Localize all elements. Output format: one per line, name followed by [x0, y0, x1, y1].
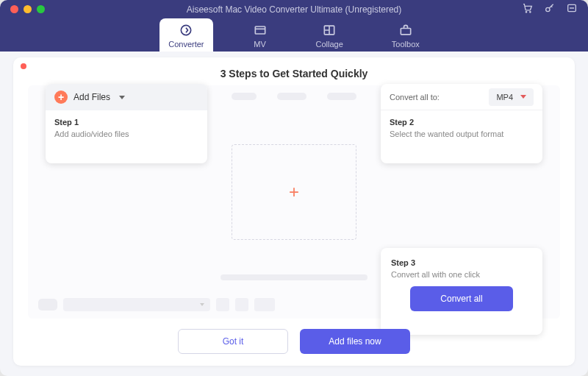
converter-icon — [179, 23, 193, 38]
svg-rect-10 — [401, 29, 410, 35]
close-window-button[interactable] — [10, 5, 18, 13]
add-files-button[interactable]: + Add Files — [46, 84, 207, 110]
close-onboarding-button[interactable] — [21, 63, 26, 69]
tab-label: Converter — [168, 40, 204, 49]
onboarding-footer: Got it Add files now — [178, 329, 410, 354]
plus-icon: + — [289, 182, 299, 202]
step-description: Convert all with one click — [391, 270, 532, 279]
onboarding-panel: 3 Steps to Get Started Quickly + + — [13, 57, 575, 366]
step-label: Step 3 — [391, 258, 532, 267]
tab-toolbox[interactable]: Toolbox — [383, 18, 429, 52]
tab-label: Collage — [316, 40, 343, 49]
svg-point-5 — [572, 7, 573, 8]
tab-mv[interactable]: MV — [244, 18, 276, 52]
collage-icon — [322, 23, 337, 38]
drop-zone[interactable]: + — [232, 144, 356, 240]
svg-point-4 — [570, 7, 571, 8]
key-icon[interactable] — [544, 2, 556, 17]
add-files-now-button[interactable]: Add files now — [300, 329, 410, 354]
chevron-down-icon — [119, 96, 125, 99]
selected-format: MP4 — [496, 93, 513, 102]
convert-all-button[interactable]: Convert all — [410, 286, 513, 311]
svg-point-7 — [182, 25, 191, 35]
step2-card: Convert all to: MP4 Step 2 Select the wa… — [381, 84, 542, 163]
chevron-down-icon — [520, 95, 526, 99]
app-window: Aiseesoft Mac Video Converter Ultimate (… — [0, 0, 588, 376]
svg-rect-8 — [255, 26, 265, 34]
add-icon: + — [54, 91, 68, 104]
tab-label: MV — [254, 40, 266, 49]
window-controls — [0, 5, 45, 13]
tab-collage[interactable]: Collage — [307, 18, 352, 52]
step-description: Select the wanted output format — [390, 130, 534, 138]
minimize-window-button[interactable] — [24, 5, 32, 13]
step-label: Step 2 — [390, 118, 534, 127]
step-description: Add audio/video files — [54, 130, 198, 138]
maximize-window-button[interactable] — [37, 5, 45, 13]
step-label: Step 1 — [54, 118, 198, 127]
titlebar: Aiseesoft Mac Video Converter Ultimate (… — [0, 0, 588, 52]
svg-point-0 — [526, 11, 526, 12]
output-format-select[interactable]: MP4 — [489, 88, 534, 106]
add-files-label: Add Files — [74, 92, 110, 102]
svg-point-6 — [573, 7, 574, 8]
step3-card: Step 3 Convert all with one click Conver… — [381, 248, 542, 335]
window-title: Aiseesoft Mac Video Converter Ultimate (… — [187, 4, 402, 15]
svg-point-1 — [530, 11, 531, 12]
skeleton-bar — [232, 93, 356, 100]
got-it-button[interactable]: Got it — [178, 329, 288, 354]
convert-all-to-label: Convert all to: — [390, 93, 440, 102]
onboarding-heading: 3 Steps to Get Started Quickly — [13, 57, 575, 79]
tab-converter[interactable]: Converter — [159, 18, 212, 52]
mv-icon — [253, 23, 268, 38]
toolbox-icon — [398, 23, 413, 38]
tab-label: Toolbox — [392, 40, 420, 49]
cart-icon[interactable] — [522, 2, 534, 17]
menu-icon[interactable] — [566, 2, 578, 17]
step1-card: + Add Files Step 1 Add audio/video files — [46, 84, 207, 163]
main-tabs: Converter MV Collage Toolbox — [0, 18, 588, 52]
